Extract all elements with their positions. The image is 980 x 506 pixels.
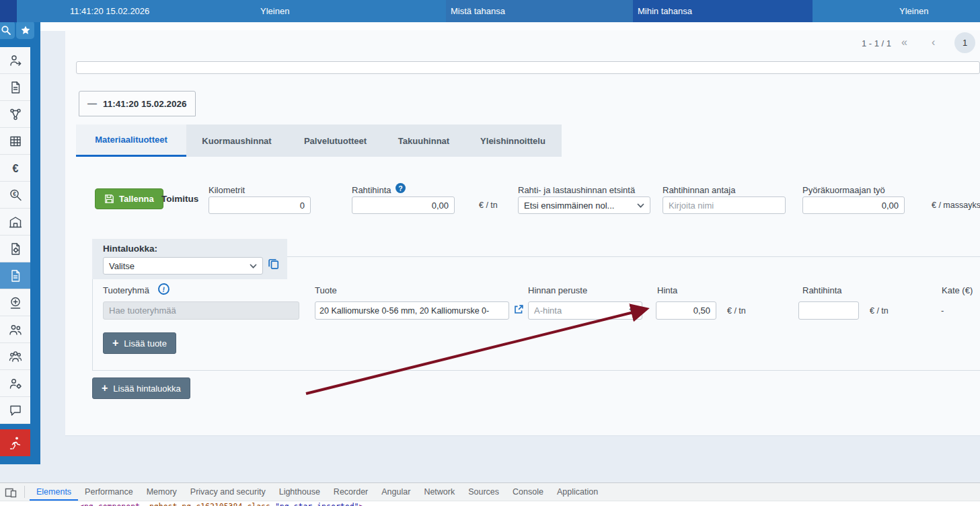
devtools-tab-network[interactable]: Network [417,483,461,501]
price-list-accordion-header[interactable]: — 11:41:20 15.02.2026 [79,91,196,116]
star-icon [20,25,31,36]
sidebar-item-contacts[interactable] [0,47,30,74]
sidebar: € € [0,0,40,464]
grid-header-cell-mista[interactable]: Mistä tahansa [446,0,633,22]
hinnan-peruste-select-value: A-hinta [534,305,562,316]
devtools-tab-recorder[interactable]: Recorder [327,483,375,501]
grid-header-cell-time[interactable]: 11:41:20 15.02.2026 [65,0,256,22]
grid-header-row: 11:41:20 15.02.2026 Yleinen Mistä tahans… [17,0,980,22]
tuoteryhma-input[interactable] [103,301,299,320]
rahtihinta-label: Rahtihinta [352,185,391,195]
device-toolbar-button[interactable] [5,486,17,501]
tab-yleishinnoittelu[interactable]: Yleishinnoittelu [464,124,562,157]
tuote-input[interactable] [315,301,509,320]
sidebar-item-customers[interactable] [0,316,30,343]
content-card [65,30,980,436]
table-icon [8,134,23,149]
hierarchy-icon [8,107,23,122]
filter-input[interactable] [76,61,980,74]
sidebar-item-groups[interactable] [0,343,30,370]
save-button[interactable]: Tallenna [95,188,163,209]
grid-corner-cell[interactable] [0,0,17,22]
hintaluokka-panel: Hintaluokka: Valitse [92,239,287,279]
rahtihinta-unit: € / tn [479,201,498,210]
sidebar-item-reports[interactable] [0,236,30,262]
sidebar-rail: € € [0,47,30,424]
warehouse-icon [8,215,23,229]
user-gear-icon [8,376,23,391]
hintaluokka-select[interactable]: Valitse [103,257,263,275]
grid-header-cell-mihin[interactable]: Mihin tahansa [633,0,813,22]
product-rahtihinta-label: Rahtihinta [802,285,842,295]
open-product-link[interactable] [513,304,524,318]
sidebar-item-registry[interactable] [0,128,30,155]
hinta-input[interactable] [656,301,716,320]
grid-header-cell-yleinen-2[interactable]: Yleinen [895,0,980,22]
devtools-tab-lighthouse[interactable]: Lighthouse [272,483,327,501]
collapse-icon: — [87,98,97,109]
kilometrit-label: Kilometrit [209,185,245,195]
sidebar-item-logout[interactable] [0,429,30,456]
save-icon [104,194,114,204]
grid-header-cell-empty[interactable] [813,0,895,22]
first-page-icon[interactable]: « [901,36,907,48]
antaja-input[interactable] [663,196,786,214]
sidebar-item-network[interactable] [0,101,30,128]
search-icon [1,25,11,36]
hintaluokka-label: Hintaluokka: [103,244,157,254]
devtools-elements-tree[interactable]: <ng-component _nghost-ng-c162105384 clas… [0,501,980,506]
plus-icon: + [112,338,118,349]
etsinta-select[interactable]: Etsi ensimmäinen nol... [518,196,650,214]
product-rahtihinta-unit: € / tn [870,306,889,316]
devtools-tab-console[interactable]: Console [506,483,550,501]
hintaluokka-select-value: Valitse [109,261,135,271]
tab-kuormaushinnat[interactable]: Kuormaushinnat [186,124,287,157]
tab-palvelutuotteet[interactable]: Palvelutuotteet [287,124,383,157]
pyorakuormaaja-input[interactable] [802,196,905,214]
sidebar-search-button[interactable] [0,21,15,39]
euro-icon: € [8,161,23,176]
devtools-tab-memory[interactable]: Memory [140,483,184,501]
prev-page-icon[interactable]: ‹ [932,36,935,48]
sidebar-item-messages[interactable] [0,397,30,424]
tab-materiaalituotteet[interactable]: Materiaalituotteet [76,124,186,157]
sidebar-item-scales[interactable] [0,289,30,316]
copy-icon [268,258,280,270]
etsinta-label: Rahti- ja lastaushinnan etsintä [518,185,635,195]
document-gear-icon [8,242,23,256]
add-product-button[interactable]: + Lisää tuote [103,332,176,354]
devtools-tab-sources[interactable]: Sources [461,483,506,501]
devtools-tab-elements[interactable]: Elements [30,483,78,501]
add-price-class-button[interactable]: + Lisää hintaluokka [92,377,190,399]
kilometrit-input[interactable] [209,196,311,214]
sidebar-favorites-button[interactable] [16,21,34,39]
copy-button[interactable] [268,258,280,273]
hinnan-peruste-select[interactable]: A-hinta [528,301,642,320]
devtools-tab-performance[interactable]: Performance [78,483,140,501]
sidebar-item-price-search[interactable]: € [0,182,30,209]
sidebar-item-billing[interactable]: € [0,155,30,182]
sidebar-item-warehouse[interactable] [0,209,30,236]
rahtihinta-input[interactable] [352,196,455,214]
devtools-tab-angular[interactable]: Angular [375,483,417,501]
plus-icon: + [102,383,108,394]
current-page-button[interactable]: 1 [954,32,975,53]
devtools-tab-privacy[interactable]: Privacy and security [184,483,272,501]
add-product-label: Lisää tuote [124,338,167,349]
sidebar-item-price-lists[interactable] [0,262,30,289]
chevron-down-icon [637,203,644,208]
devtools-tab-application[interactable]: Application [550,483,605,501]
svg-text:€: € [13,190,16,197]
tab-takuuhinnat[interactable]: Takuuhinnat [383,124,464,157]
grid-header-cell-yleinen-1[interactable]: Yleinen [256,0,446,22]
product-rahtihinta-input[interactable] [798,301,859,320]
logout-run-icon [8,435,23,450]
help-icon[interactable]: ? [395,183,406,193]
sidebar-item-documents[interactable] [0,74,30,101]
devtools-panel: Elements Performance Memory Privacy and … [0,482,980,506]
sidebar-item-user-settings[interactable] [0,370,30,397]
pyorakuormaaja-unit: € / massayks [932,201,980,210]
section-label-toimitus: Toimitus [161,194,198,204]
pyorakuormaaja-label: Pyöräkuormaajan työ [802,185,885,195]
tab-bar: Materiaalituotteet Kuormaushinnat Palvel… [76,124,562,157]
